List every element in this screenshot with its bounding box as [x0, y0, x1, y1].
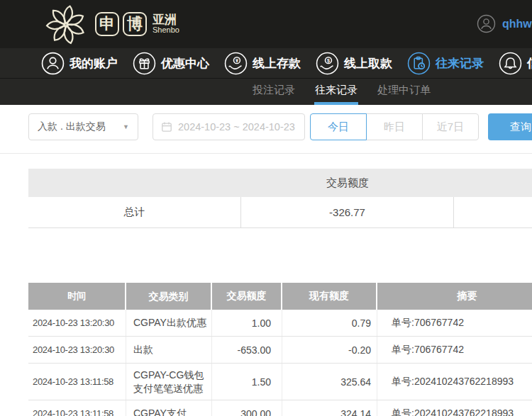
quick-date-buttons: 今日 昨日 近7日	[310, 113, 479, 140]
top-header-bar: 申 博 亚洲 Shenbo qhhw2	[0, 0, 532, 48]
cell-type: CGPAY出款优惠	[126, 310, 212, 336]
table-row: 2024-10-23 13:11:58 CGPAY支付 300.00 324.1…	[28, 400, 532, 416]
date-range-value: 2024-10-23 ~ 2024-10-23	[178, 121, 295, 133]
svg-text:$: $	[327, 57, 330, 63]
summary-table: 交易额度 总计 -326.77	[28, 169, 532, 228]
cell-type: CGPAY-CG钱包支付笔笔送优惠	[126, 364, 212, 400]
today-button[interactable]: 今日	[310, 113, 367, 140]
nav-online-deposit[interactable]: ¥ 线上存款	[224, 52, 301, 75]
col-header-time: 时间	[28, 283, 126, 310]
summary-header-row: 交易额度	[28, 169, 532, 197]
summary-total-row: 总计 -326.77	[28, 197, 532, 228]
gift-icon	[133, 52, 156, 75]
cell-amount: 1.00	[212, 310, 282, 336]
date-range-input[interactable]: 2024-10-23 ~ 2024-10-23	[153, 113, 305, 140]
col-header-amount: 交易额度	[212, 283, 282, 310]
col-header-summary: 摘要	[377, 283, 532, 310]
logo-region: 亚洲 Shenbo	[153, 13, 179, 34]
col-header-balance: 现有额度	[282, 283, 377, 310]
transaction-type-select[interactable]: 入款 . 出款交易 ▼	[28, 113, 138, 140]
nav-label: 线上存款	[253, 55, 301, 72]
cell-time: 2024-10-23 13:20:30	[28, 337, 126, 363]
nav-transaction-records[interactable]: 往来记录	[407, 52, 484, 75]
user-icon	[41, 52, 65, 75]
cell-summary: 单号:706767742	[377, 310, 532, 336]
site-logo[interactable]: 申 博 亚洲 Shenbo	[40, 2, 179, 46]
nav-messages[interactable]: 信息	[499, 52, 532, 75]
summary-total-label: 总计	[28, 197, 241, 227]
cell-summary: 单号:202410243762218993	[377, 400, 532, 416]
avatar-icon	[477, 14, 496, 33]
cell-balance: 325.64	[282, 364, 377, 400]
cell-balance: -0.20	[282, 337, 377, 363]
withdraw-icon: $	[316, 52, 339, 75]
table-row: 2024-10-23 13:20:30 CGPAY出款优惠 1.00 0.79 …	[28, 310, 532, 337]
logo-brand-en: Shenbo	[153, 26, 179, 35]
cell-balance: 0.79	[282, 310, 377, 336]
cell-time: 2024-10-23 13:11:58	[28, 400, 126, 416]
cell-summary: 单号:706767742	[377, 337, 532, 363]
chevron-down-icon: ▼	[123, 123, 129, 130]
user-account-area[interactable]: qhhw2	[477, 14, 532, 33]
records-icon	[407, 52, 431, 75]
cell-amount: 300.00	[212, 400, 282, 416]
logo-characters: 申 博	[95, 12, 147, 36]
cell-time: 2024-10-23 13:20:30	[28, 310, 126, 336]
table-row: 2024-10-23 13:20:30 出款 -653.00 -0.20 单号:…	[28, 337, 532, 364]
tab-pending-orders[interactable]: 处理中订单	[377, 79, 431, 105]
yesterday-button[interactable]: 昨日	[366, 113, 423, 140]
transaction-type-value: 入款 . 出款交易	[38, 120, 106, 133]
table-row: 2024-10-23 13:11:58 CGPAY-CG钱包支付笔笔送优惠 1.…	[28, 364, 532, 400]
tab-betting-records[interactable]: 投注记录	[252, 79, 296, 105]
nav-label: 信息	[527, 55, 532, 72]
nav-label: 优惠中心	[161, 55, 209, 72]
cell-summary: 单号:202410243762218993	[377, 364, 532, 400]
nav-online-withdraw[interactable]: $ 线上取款	[316, 52, 392, 75]
section-divider	[0, 153, 532, 154]
deposit-icon: ¥	[224, 52, 248, 75]
logo-region-cn: 亚洲	[153, 13, 179, 26]
calendar-icon	[161, 121, 172, 133]
filter-toolbar: 入款 . 出款交易 ▼ 2024-10-23 ~ 2024-10-23 今日 昨…	[0, 105, 532, 153]
main-navigation: 我的账户 优惠中心 ¥ 线上存款 $ 线上取款	[0, 48, 532, 78]
col-header-type: 交易类别	[126, 283, 212, 310]
nav-my-account[interactable]: 我的账户	[41, 52, 118, 75]
cell-time: 2024-10-23 13:11:58	[28, 364, 126, 400]
nav-promotions[interactable]: 优惠中心	[133, 52, 209, 75]
transactions-table: 时间 交易类别 交易额度 现有额度 摘要 2024-10-23 13:20:30…	[28, 283, 532, 416]
nav-label: 往来记录	[436, 55, 484, 72]
table-header-row: 时间 交易类别 交易额度 现有额度 摘要	[28, 283, 532, 310]
cell-type: CGPAY支付	[126, 400, 212, 416]
last7days-button[interactable]: 近7日	[422, 113, 479, 140]
logo-char-shen: 申	[95, 12, 119, 36]
cell-amount: 1.50	[212, 364, 282, 400]
summary-header-amount: 交易额度	[241, 176, 454, 190]
summary-total-value: -326.77	[241, 197, 454, 227]
flower-logo-icon	[40, 2, 91, 46]
sub-navigation: 投注记录 往来记录 处理中订单	[0, 78, 532, 105]
cell-balance: 324.14	[282, 400, 377, 416]
nav-label: 线上取款	[344, 55, 392, 72]
cell-amount: -653.00	[212, 337, 282, 363]
nav-label: 我的账户	[70, 55, 118, 72]
logo-char-bo: 博	[123, 12, 147, 36]
search-button[interactable]: 查询	[488, 113, 532, 140]
transaction-records-page: 申 博 亚洲 Shenbo qhhw2 我的账户	[0, 0, 532, 416]
username-text[interactable]: qhhw2	[502, 18, 532, 30]
bell-icon	[499, 52, 522, 75]
tab-transaction-records[interactable]: 往来记录	[314, 79, 358, 105]
cell-type: 出款	[126, 337, 212, 363]
